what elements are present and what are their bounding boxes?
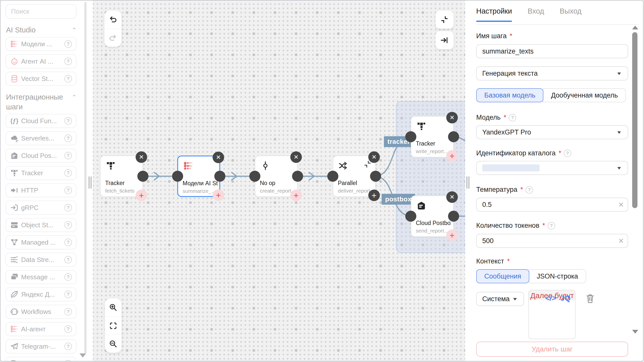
add-step-button[interactable]: + — [136, 190, 147, 201]
workflow-node-deliver_report[interactable]: Paralleldeliver_report✕+ — [333, 156, 376, 197]
help-icon[interactable]: ? — [64, 117, 72, 125]
palette-item-grpc[interactable]: gRPC? — [6, 201, 76, 215]
help-icon[interactable]: ? — [64, 134, 72, 142]
palette-item-yandex-disk[interactable]: Яндекс Д...? — [6, 287, 76, 301]
chevron-up-icon[interactable]: ⌃ — [72, 94, 77, 101]
palette-item-ai-agent-face[interactable]: Агент AI ...? — [6, 54, 76, 68]
panel-resize-handle[interactable] — [465, 1, 471, 361]
add-step-button[interactable]: + — [446, 150, 458, 162]
model-select[interactable]: YandexGPT Pro ▼ — [476, 125, 628, 139]
help-icon[interactable]: ? — [64, 273, 72, 281]
scroll-up-icon[interactable] — [632, 26, 638, 29]
chevron-up-icon[interactable]: ⌃ — [72, 27, 77, 34]
help-icon[interactable]: ? — [64, 325, 72, 333]
input-port[interactable] — [405, 131, 416, 142]
palette-item-data-streams[interactable]: Data Stre...? — [6, 253, 76, 267]
help-icon[interactable]: ? — [64, 343, 72, 350]
add-step-button[interactable]: + — [213, 189, 224, 201]
palette-item-ai-models[interactable]: Модели ...? — [6, 37, 76, 51]
message-role-select[interactable]: Система ▼ — [476, 292, 524, 306]
step-name-input[interactable] — [476, 44, 628, 58]
help-icon[interactable]: ? — [64, 169, 72, 177]
palette-item-object-storage[interactable]: Object St...? — [6, 218, 76, 232]
workflow-node-fetch_tickets[interactable]: Trackerfetch_tickets✕+ — [100, 156, 143, 197]
scroll-down-icon[interactable] — [632, 330, 638, 334]
clear-icon[interactable]: ✕ — [618, 237, 624, 245]
delete-node-button[interactable]: ✕ — [213, 152, 224, 163]
help-icon[interactable]: ? — [64, 40, 72, 48]
help-icon[interactable]: ? — [64, 75, 72, 82]
help-icon[interactable]: ? — [548, 222, 555, 230]
input-port[interactable] — [249, 171, 260, 182]
help-icon[interactable]: ? — [64, 152, 72, 159]
palette-item-database-query[interactable]: Database ...? — [6, 357, 76, 361]
help-icon[interactable]: ? — [64, 221, 72, 229]
palette-item-vector-store[interactable]: Vector St...? — [6, 72, 76, 86]
base-model-option[interactable]: Базовая модель — [476, 88, 543, 102]
help-icon[interactable]: ? — [564, 150, 571, 157]
zoom-out-button[interactable] — [105, 335, 122, 353]
add-step-button[interactable]: + — [446, 230, 458, 241]
delete-step-button[interactable]: Удалить шаг — [476, 342, 628, 357]
palette-item-telegram[interactable]: Telegram-...? — [6, 339, 76, 353]
help-icon[interactable]: ? — [64, 239, 72, 246]
output-port[interactable] — [448, 131, 459, 142]
add-step-button[interactable]: + — [368, 190, 380, 201]
workflow-node-create_report[interactable]: No opcreate_report✕+ — [255, 156, 298, 197]
sidebar-resize-handle[interactable] — [87, 1, 93, 361]
output-port[interactable] — [292, 171, 303, 182]
delete-node-button[interactable]: ✕ — [446, 112, 458, 123]
palette-item-message-queue[interactable]: Message ...? — [6, 270, 76, 284]
workflow-node-summarize_texts[interactable]: Модели AI Studiosummarize_texts✕+ — [177, 156, 220, 197]
palette-item-serverless-containers[interactable]: Serverles...? — [6, 131, 76, 145]
help-icon[interactable]: ? — [64, 291, 72, 298]
help-icon[interactable]: ? — [64, 360, 72, 361]
delete-node-button[interactable]: ✕ — [368, 151, 380, 163]
undo-button[interactable] — [104, 11, 122, 29]
scrollbar-thumb[interactable] — [632, 32, 637, 208]
add-step-button[interactable]: + — [290, 190, 302, 201]
tab-output[interactable]: Выход — [560, 7, 582, 22]
delete-node-button[interactable]: ✕ — [290, 151, 302, 163]
collapse-nodes-button[interactable] — [435, 11, 454, 29]
workflow-canvas[interactable]: tracker postbox Trackerfetch_tickets✕+Мо… — [93, 1, 465, 361]
delete-node-button[interactable]: ✕ — [136, 151, 147, 163]
zoom-in-button[interactable] — [105, 298, 122, 316]
help-icon[interactable]: ? — [509, 114, 516, 121]
palette-item-tracker[interactable]: Tracker? — [6, 166, 76, 180]
output-port[interactable] — [137, 171, 148, 182]
delete-node-button[interactable]: ✕ — [446, 191, 458, 203]
skip-to-end-button[interactable] — [435, 31, 454, 49]
palette-item-managed-db[interactable]: Managed ...? — [6, 235, 76, 249]
tokens-input[interactable] — [476, 234, 628, 248]
output-port[interactable] — [214, 171, 225, 182]
context-messages-option[interactable]: Сообщения — [476, 269, 529, 283]
help-icon[interactable]: ? — [526, 186, 533, 194]
palette-item-http[interactable]: HTTP? — [6, 183, 76, 197]
fit-view-button[interactable] — [105, 316, 122, 335]
output-port[interactable] — [448, 211, 459, 222]
palette-item-workflows[interactable]: Workflows? — [6, 305, 76, 319]
insert-code-icon[interactable]: </> — [545, 294, 557, 302]
delete-message-button[interactable] — [585, 293, 595, 303]
help-icon[interactable]: ? — [64, 204, 72, 211]
tuned-model-option[interactable]: Дообученная модель — [543, 88, 626, 102]
tab-input[interactable]: Вход — [528, 7, 544, 22]
output-port[interactable] — [370, 171, 381, 182]
sidebar-section-header[interactable]: Интеграционные шаги⌃ — [6, 92, 83, 112]
workflow-node-write_report_to_[interactable]: Trackerwrite_report_to_...✕+ — [411, 116, 454, 157]
redo-button[interactable] — [104, 29, 122, 47]
message-text-area[interactable]: Далее будут </> JQ — [528, 290, 576, 339]
input-port[interactable] — [172, 171, 183, 182]
sidebar-section-header[interactable]: AI Studio⌃ — [6, 25, 83, 35]
search-input[interactable] — [6, 4, 76, 19]
palette-item-cloud-postbox[interactable]: Cloud Pos...? — [6, 149, 76, 163]
temperature-input[interactable] — [476, 198, 628, 212]
jq-template-icon[interactable]: JQ — [560, 294, 571, 302]
help-icon[interactable]: ? — [64, 308, 72, 315]
workflow-node-send_report_via_[interactable]: Cloud Postboxsend_report_via_...✕+ — [411, 196, 454, 237]
help-icon[interactable]: ? — [64, 256, 72, 263]
input-port[interactable] — [327, 171, 338, 182]
context-json-option[interactable]: JSON-строка — [529, 269, 586, 283]
folder-id-select[interactable]: ▼ — [476, 161, 628, 175]
